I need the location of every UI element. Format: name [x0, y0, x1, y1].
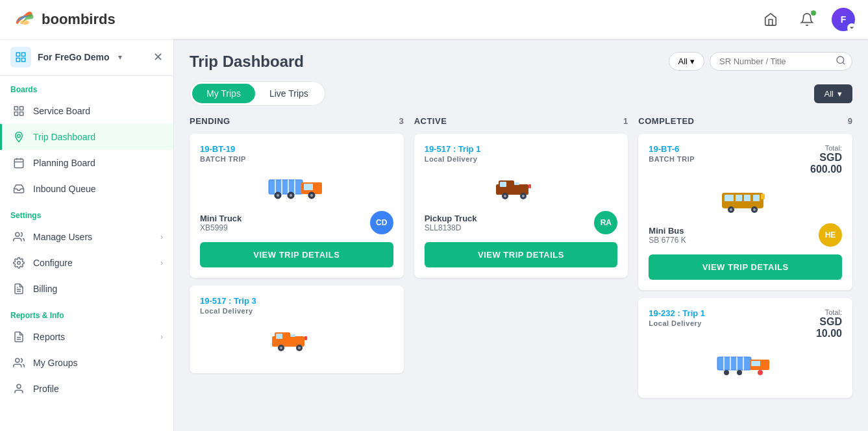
svg-rect-46	[304, 336, 307, 340]
sidebar-item-trip-dashboard-label: Trip Dashboard	[33, 132, 95, 142]
completed-count: 9	[848, 116, 852, 126]
view-trip-button[interactable]: VIEW TRIP DETAILS	[425, 242, 618, 267]
vehicle-image	[649, 347, 842, 380]
section-boards-label: Boards	[0, 76, 173, 98]
svg-rect-50	[514, 182, 519, 185]
trip-id: 19-BT-19	[200, 144, 393, 154]
svg-rect-31	[304, 184, 313, 190]
sidebar-item-reports-label: Reports	[33, 332, 65, 342]
svg-point-64	[753, 208, 756, 211]
svg-point-43	[280, 347, 282, 349]
sidebar-item-manage-users-label: Manage Users	[33, 232, 92, 242]
svg-point-54	[522, 195, 525, 197]
svg-rect-9	[20, 112, 23, 116]
nav-icons: F	[759, 8, 855, 31]
sidebar-item-inbound-queue-label: Inbound Queue	[33, 184, 96, 194]
svg-point-21	[16, 358, 19, 362]
person-icon	[12, 382, 25, 395]
sidebar: For FreGo Demo ▾ ✕ Boards Service Board	[0, 39, 174, 431]
sidebar-item-my-groups[interactable]: My Groups	[0, 350, 173, 376]
main-layout: For FreGo Demo ▾ ✕ Boards Service Board	[0, 39, 868, 431]
search-input[interactable]	[710, 52, 852, 71]
vehicle-name: Mini Bus	[649, 226, 686, 236]
sidebar-item-profile[interactable]: Profile	[0, 376, 173, 402]
main-content: Trip Dashboard All ▾ My T	[174, 39, 868, 431]
sidebar-item-billing[interactable]: Billing	[0, 276, 173, 302]
completed-header: COMPLETED 9	[638, 116, 852, 126]
sidebar-item-trip-dashboard[interactable]: Trip Dashboard	[0, 124, 173, 150]
org-chevron-icon: ▾	[118, 53, 122, 62]
sidebar-item-planning-board-label: Planning Board	[33, 158, 95, 168]
sidebar-item-service-board[interactable]: Service Board	[0, 98, 173, 124]
tabs-container: My Trips Live Trips	[190, 81, 325, 106]
trip-type: Local Delivery	[649, 319, 705, 327]
notification-button[interactable]	[795, 8, 819, 31]
trip-card-517-1: 19-517 : Trip 1 Local Delivery	[414, 134, 628, 278]
vehicle-info: Pickup Truck SLL8138D	[425, 214, 477, 232]
filter-dropdown[interactable]: All ▾	[669, 52, 704, 71]
sidebar-item-configure[interactable]: Configure ›	[0, 250, 173, 276]
search-input-wrap	[710, 52, 852, 71]
sidebar-item-manage-users[interactable]: Manage Users ›	[0, 224, 173, 250]
receipt-icon	[12, 282, 25, 295]
vehicle-plate: SB 6776 K	[649, 236, 686, 245]
svg-rect-72	[751, 361, 760, 366]
svg-point-45	[298, 347, 301, 349]
svg-point-10	[18, 134, 21, 138]
trip-card-517-3: 19-517 : Trip 3 Local Delivery	[190, 286, 404, 373]
search-button[interactable]	[836, 55, 846, 68]
chevron-down-icon: ▾	[837, 89, 842, 99]
svg-point-62	[730, 208, 732, 211]
home-button[interactable]	[759, 8, 782, 31]
chevron-right-icon: ›	[160, 232, 163, 241]
logo-area: boombirds	[13, 8, 116, 31]
svg-rect-11	[14, 159, 23, 168]
column-completed: COMPLETED 9 19-BT-6 BATCH TRIP Total: S	[638, 116, 852, 406]
view-trip-button[interactable]: VIEW TRIP DETAILS	[649, 254, 842, 280]
all-filter-label: All	[825, 89, 834, 99]
tab-my-trips[interactable]: My Trips	[192, 84, 255, 103]
total-currency: SGD 600.00	[810, 152, 842, 175]
svg-rect-49	[500, 182, 506, 187]
trip-type: Local Delivery	[200, 307, 393, 315]
vehicle-image	[425, 171, 618, 203]
vehicle-image	[200, 323, 393, 355]
trip-card-19bt19: 19-BT-19 BATCH TRIP	[190, 134, 404, 278]
kanban-board: PENDING 3 19-BT-19 BATCH TRIP	[190, 116, 852, 406]
search-area: All ▾	[669, 52, 852, 71]
sidebar-item-reports[interactable]: Reports ›	[0, 324, 173, 350]
svg-point-35	[290, 194, 292, 197]
page-header: Trip Dashboard All ▾	[190, 52, 852, 71]
org-name: For FreGo Demo	[38, 52, 109, 62]
svg-rect-2	[16, 53, 19, 56]
vehicle-plate: SLL8138D	[425, 223, 477, 232]
svg-point-22	[17, 384, 21, 388]
svg-rect-5	[22, 58, 25, 62]
completed-title: COMPLETED	[638, 116, 694, 126]
driver-avatar: HE	[819, 223, 842, 247]
svg-point-33	[277, 194, 279, 197]
tab-live-trips[interactable]: Live Trips	[255, 84, 323, 103]
driver-avatar: RA	[594, 211, 617, 234]
svg-rect-7	[20, 106, 23, 110]
sidebar-item-profile-label: Profile	[33, 384, 59, 394]
sidebar-item-inbound-queue[interactable]: Inbound Queue	[0, 176, 173, 202]
chevron-right-icon: ›	[160, 258, 163, 267]
chevron-right-icon: ›	[160, 332, 163, 341]
view-trip-button[interactable]: VIEW TRIP DETAILS	[200, 242, 393, 267]
trip-type: Local Delivery	[425, 155, 618, 163]
trip-type: BATCH TRIP	[200, 155, 393, 163]
svg-rect-66	[717, 357, 751, 370]
trip-total: Total: SGD 600.00	[810, 144, 842, 175]
sidebar-item-configure-label: Configure	[33, 258, 73, 268]
vehicle-image	[649, 183, 842, 216]
total-label: Total:	[810, 144, 842, 152]
svg-marker-1	[850, 27, 854, 29]
all-filter-button[interactable]: All ▾	[814, 84, 852, 103]
trip-card-footer: Pickup Truck SLL8138D RA	[425, 211, 618, 234]
users-icon	[12, 230, 25, 243]
svg-point-16	[18, 262, 21, 265]
sidebar-item-planning-board[interactable]: Planning Board	[0, 150, 173, 176]
user-avatar[interactable]: F	[832, 8, 855, 31]
sidebar-close-button[interactable]: ✕	[153, 50, 163, 64]
